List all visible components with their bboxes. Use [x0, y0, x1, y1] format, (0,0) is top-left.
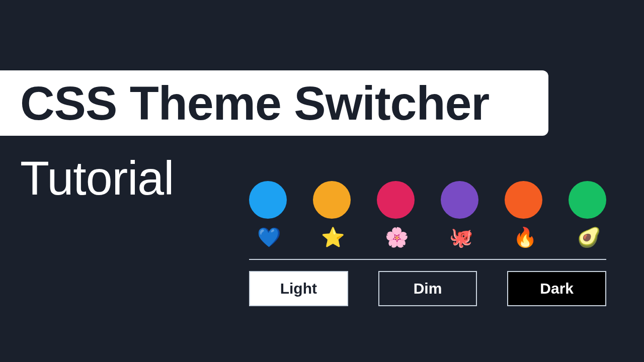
swatch-yellow[interactable]: [313, 181, 351, 219]
light-mode-button[interactable]: Light: [249, 271, 348, 306]
swatch-orange[interactable]: [505, 181, 542, 219]
avocado-icon[interactable]: 🥑: [577, 227, 598, 248]
dim-mode-button[interactable]: Dim: [378, 271, 477, 306]
dark-mode-button[interactable]: Dark: [507, 271, 606, 306]
divider: [249, 259, 606, 260]
fire-icon[interactable]: 🔥: [513, 227, 534, 248]
subtitle: Tutorial: [20, 151, 174, 206]
title-card: CSS Theme Switcher: [0, 70, 548, 136]
emoji-row: 💙 ⭐ 🌸 🐙 🔥 🥑: [249, 227, 606, 248]
mode-row: Light Dim Dark: [249, 271, 606, 306]
swatch-purple[interactable]: [441, 181, 478, 219]
octopus-icon[interactable]: 🐙: [449, 227, 470, 248]
blossom-icon[interactable]: 🌸: [385, 227, 406, 248]
heart-icon[interactable]: 💙: [257, 227, 278, 248]
page-title: CSS Theme Switcher: [20, 76, 489, 131]
swatch-green[interactable]: [569, 181, 606, 219]
theme-switcher-panel: 💙 ⭐ 🌸 🐙 🔥 🥑 Light Dim Dark: [249, 181, 606, 306]
swatch-blue[interactable]: [249, 181, 287, 219]
swatch-pink[interactable]: [377, 181, 415, 219]
star-icon[interactable]: ⭐: [321, 227, 342, 248]
color-swatch-row: [249, 181, 606, 219]
